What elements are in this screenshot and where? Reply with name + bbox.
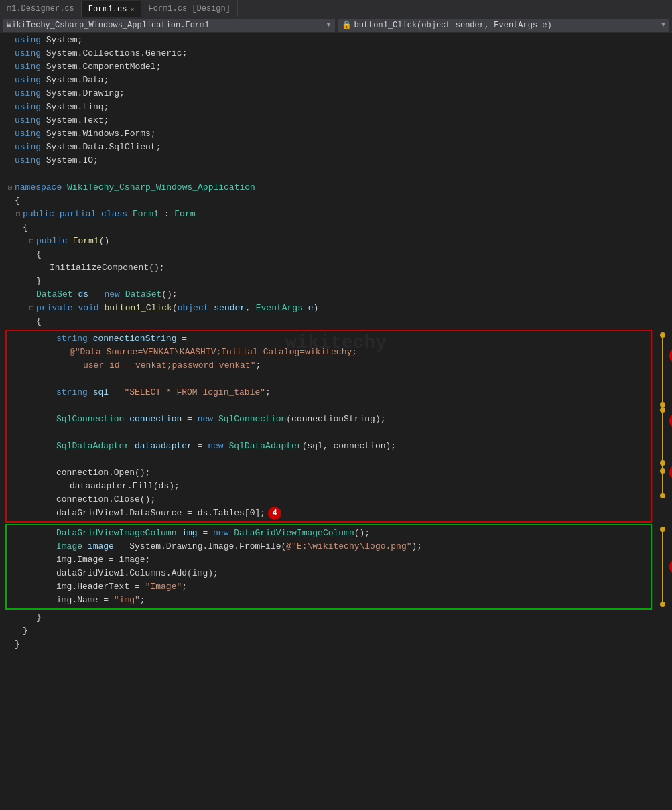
code-text-ctorb: { xyxy=(36,248,672,261)
tab-form1-close-icon[interactable]: ✕ xyxy=(130,5,134,13)
code-text-cc: } xyxy=(23,624,672,638)
collapse-icon-6 xyxy=(5,100,15,114)
code-line-4: using System.Data; xyxy=(0,74,672,87)
code-line-7: using System.Text; xyxy=(0,114,672,127)
collapse-icon-9 xyxy=(5,141,15,154)
code-line-adapter: SqlDataAdapter dataadapter = new SqlData… xyxy=(7,440,651,453)
code-line-fill: dataadapter.Fill(ds); xyxy=(7,480,651,493)
collapse-icon-ada xyxy=(47,440,56,453)
collapse-icon-3 xyxy=(5,60,15,74)
code-text-imgcol: DataGridViewImageColumn img = new DataGr… xyxy=(56,527,651,540)
collapse-icon-bk5 xyxy=(12,453,21,466)
tab-bar: m1.Designer.cs Form1.cs ✕ Form1.cs [Desi… xyxy=(0,0,672,17)
tab-designer-label: m1.Designer.cs xyxy=(7,4,74,13)
code-text-method-sig: private void button1_Click(object sender… xyxy=(36,301,672,315)
code-text-op: connection.Open(); xyxy=(56,466,651,480)
code-line-class-brace: { xyxy=(0,221,672,234)
collapse-icon-8 xyxy=(5,127,15,141)
code-text-ns-b: { xyxy=(15,194,672,208)
code-text-sql: string sql = "SELECT * FROM login_table"… xyxy=(56,386,651,399)
collapse-ns-icon: ⊟ xyxy=(5,181,15,194)
code-line-hdrtext: img.HeaderText = "Image"; xyxy=(7,580,651,594)
code-line-connstr: string connectionString = xyxy=(7,332,651,346)
collapse-icon-imgcol xyxy=(47,527,56,540)
code-text-cs3: user id = venkat;password=venkat"; xyxy=(83,359,651,373)
collapse-icon-mc xyxy=(27,611,36,624)
code-line-class-close: } xyxy=(0,624,672,638)
code-line-10: using System.IO; xyxy=(0,154,672,167)
nav-method-text: button1_Click(object sender, EventArgs e… xyxy=(354,21,552,30)
collapse-icon-iname xyxy=(47,594,56,607)
nav-method[interactable]: 🔒 button1_Click(object sender, EventArgs… xyxy=(338,19,670,32)
code-text-imgimg: img.Image = image; xyxy=(56,553,651,567)
code-text-ada: SqlDataAdapter dataadapter = new SqlData… xyxy=(56,440,651,453)
code-text-bk3 xyxy=(21,399,651,413)
code-text-methb: { xyxy=(36,315,672,328)
code-line-open: connection.Open(); xyxy=(7,466,651,480)
code-line-init: InitializeComponent(); xyxy=(0,261,672,275)
code-line-ctor-brace: { xyxy=(0,248,672,261)
method-icon: 🔒 xyxy=(342,20,352,30)
badge-3: 3 xyxy=(669,464,672,480)
nav-method-dropdown-icon[interactable]: ▼ xyxy=(661,21,665,29)
tab-form1[interactable]: Form1.cs ✕ xyxy=(82,1,142,17)
tab-form1-design[interactable]: Form1.cs [Design] xyxy=(141,1,237,17)
collapse-icon-4 xyxy=(5,74,15,87)
code-line-ns-close: } xyxy=(0,638,672,651)
collapse-icon-1 xyxy=(5,33,15,47)
code-line-method-close: } xyxy=(0,611,672,624)
collapse-icon-op xyxy=(47,466,56,480)
collapse-icon-bk2 xyxy=(12,373,21,386)
nav-path[interactable]: WikiTechy_Csharp_Windows_Application.For… xyxy=(3,19,335,32)
nav-path-dropdown-icon[interactable]: ▼ xyxy=(326,21,330,29)
collapse-icon-bk4 xyxy=(12,426,21,440)
code-line-imgname: img.Name = "img"; xyxy=(7,594,651,607)
code-line-sqlconn: SqlConnection connection = new SqlConnec… xyxy=(7,413,651,426)
code-line-ctor: ⊟ public Form1() xyxy=(0,234,672,248)
code-line-addcol: dataGridView1.Columns.Add(img); xyxy=(7,567,651,580)
badge-5: 5 xyxy=(669,559,672,575)
collapse-icon-dgs xyxy=(47,507,56,520)
red-annotation-box: 1 string connectionString = @"Data Sourc… xyxy=(5,330,652,523)
code-text-imgf: Image image = System.Drawing.Image.FromF… xyxy=(56,540,651,553)
code-text-dgs: dataGridView1.DataSource = ds.Tables[0];… xyxy=(56,507,651,520)
code-text-hdr: img.HeaderText = "Image"; xyxy=(56,580,651,594)
code-text-5: using System.Drawing; xyxy=(15,87,672,100)
code-text-init: InitializeComponent(); xyxy=(50,261,672,275)
code-text-9: using System.Data.SqlClient; xyxy=(15,141,672,154)
collapse-ctor-icon: ⊟ xyxy=(27,234,36,248)
collapse-icon-imgf xyxy=(47,540,56,553)
code-text-7: using System.Text; xyxy=(15,114,672,127)
code-line-connstr2: @"Data Source=VENKAT\KAASHIV;Initial Cat… xyxy=(7,346,651,359)
collapse-icon-cs2 xyxy=(60,346,70,359)
code-line-imgfile: Image image = System.Drawing.Image.FromF… xyxy=(7,540,651,553)
badge-1: 1 xyxy=(669,348,672,364)
code-text-class: public partial class Form1 : Form xyxy=(23,208,672,221)
code-text-b1 xyxy=(15,167,672,181)
collapse-icon-sql xyxy=(47,386,56,399)
collapse-icon-ds xyxy=(27,288,36,301)
collapse-icon-hdr xyxy=(47,580,56,594)
code-text-ds: DataSet ds = new DataSet(); xyxy=(36,288,672,301)
badge-2: 2 xyxy=(669,413,672,429)
code-text-bk5 xyxy=(21,453,651,466)
collapse-icon-7 xyxy=(5,114,15,127)
code-text-2: using System.Collections.Generic; xyxy=(15,47,672,60)
collapse-icon-close xyxy=(47,493,56,507)
code-text-1: using System; xyxy=(15,33,672,47)
collapse-icon-5 xyxy=(5,87,15,100)
tab-form1-design-label: Form1.cs [Design] xyxy=(148,4,230,13)
code-line-blank1 xyxy=(0,167,672,181)
tab-designer[interactable]: m1.Designer.cs xyxy=(0,1,82,17)
collapse-icon-fill xyxy=(60,480,70,493)
code-text-ctorc: } xyxy=(36,275,672,288)
code-text-cs2: @"Data Source=VENKAT\KAASHIV;Initial Cat… xyxy=(70,346,651,359)
code-text-bk2 xyxy=(21,373,651,386)
code-text-bk4 xyxy=(21,426,651,440)
code-text-fill: dataadapter.Fill(ds); xyxy=(70,480,651,493)
collapse-icon-ns-b xyxy=(5,194,15,208)
collapse-icon-cs3 xyxy=(74,359,83,373)
code-text-mc: } xyxy=(36,611,672,624)
collapse-icon-ctorc xyxy=(27,275,36,288)
code-area: wikitechy using System; using System.Col… xyxy=(0,33,672,651)
